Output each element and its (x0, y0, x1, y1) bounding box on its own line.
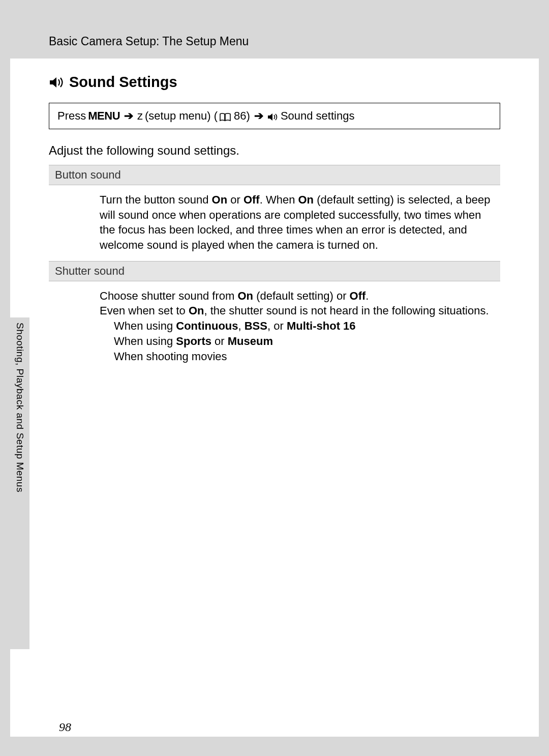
header-bar: Basic Camera Setup: The Setup Menu (10, 19, 539, 59)
shutter-sound-body: Choose shutter sound from On (default se… (49, 286, 500, 372)
book-icon (220, 111, 231, 121)
press-label: Press (57, 109, 86, 123)
side-tab-block (10, 557, 29, 649)
manual-page: Basic Camera Setup: The Setup Menu Sound… (10, 19, 539, 737)
breadcrumb-box: Press MENU ➔ z (setup menu) ( 86) ➔ Sou (49, 103, 500, 129)
button-sound-heading: Button sound (49, 165, 500, 185)
arrow-icon: ➔ (124, 109, 133, 123)
intro-text: Adjust the following sound settings. (49, 143, 500, 158)
shutter-bullet-2: When using Sports or Museum (100, 334, 495, 349)
shutter-bullet-3: When shooting movies (100, 349, 495, 364)
page-ref: 86) (234, 109, 250, 123)
sound-icon (267, 111, 279, 121)
setup-menu-label: (setup menu) ( (145, 109, 218, 123)
shutter-sound-heading: Shutter sound (49, 261, 500, 281)
sound-icon (49, 76, 64, 89)
arrow-icon: ➔ (254, 109, 263, 123)
section-title: Sound Settings (49, 74, 500, 91)
content-area: Sound Settings Press MENU ➔ z (setup men… (10, 59, 539, 372)
section-title-text: Sound Settings (69, 74, 177, 91)
side-tab: Shooting, Playback and Setup Menus (10, 317, 29, 557)
header-text: Basic Camera Setup: The Setup Menu (49, 35, 249, 48)
side-tab-label: Shooting, Playback and Setup Menus (14, 317, 25, 492)
breadcrumb-final: Sound settings (281, 109, 355, 123)
shutter-line2: Even when set to On, the shutter sound i… (100, 303, 495, 318)
shutter-bullet-1: When using Continuous, BSS, or Multi-sho… (100, 318, 495, 334)
setup-icon: z (137, 109, 143, 123)
page-number: 98 (59, 720, 71, 734)
shutter-line1: Choose shutter sound from On (default se… (100, 288, 495, 304)
menu-button-label: MENU (88, 109, 120, 123)
button-sound-body: Turn the button sound On or Off. When On… (49, 190, 500, 261)
